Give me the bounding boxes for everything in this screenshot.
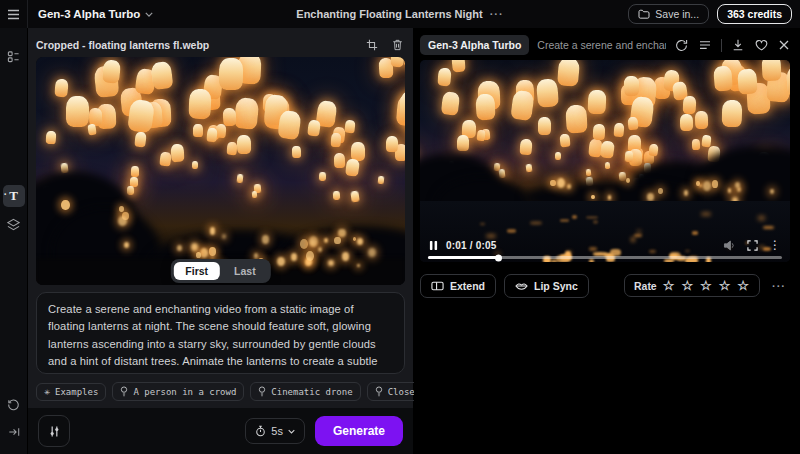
generated-video-frame — [420, 60, 790, 262]
star-icon[interactable]: ☆ — [736, 279, 750, 292]
reuse-settings-button[interactable] — [674, 38, 689, 53]
generate-button[interactable]: Generate — [315, 416, 403, 446]
fullscreen-button[interactable] — [747, 240, 758, 251]
sidebar-item-assets[interactable] — [3, 45, 25, 67]
tool-sidebar: · T — [0, 28, 28, 454]
model-selector[interactable]: Gen-3 Alpha Turbo — [28, 8, 163, 20]
delete-button[interactable] — [390, 37, 405, 53]
prompt-suggestions: ✳ Examples A person in a crowd Cinematic… — [36, 382, 405, 401]
model-badge: Gen-3 Alpha Turbo — [420, 35, 529, 55]
examples-button[interactable]: ✳ Examples — [36, 383, 106, 401]
rate-group: Rate ☆ ☆ ☆ ☆ ☆ — [624, 274, 760, 297]
video-progress-played — [428, 256, 499, 259]
asset-name: Cropped - floating lanterns fl.webp — [36, 39, 209, 51]
list-lines-icon — [699, 40, 711, 50]
time-display: 0:01 / 0:05 — [446, 240, 497, 251]
sidebar-item-collapse[interactable] — [3, 421, 25, 443]
model-name: Gen-3 Alpha Turbo — [38, 8, 140, 20]
composer-panel: Cropped - floating lanterns fl.webp Firs… — [28, 28, 414, 454]
refresh-icon — [675, 39, 688, 52]
settings-button[interactable] — [38, 415, 70, 447]
video-controls-right: ⋮ — [723, 239, 781, 251]
heart-icon — [755, 39, 768, 51]
video-progress-bar[interactable] — [428, 256, 782, 259]
video-more-button[interactable]: ⋮ — [769, 239, 781, 251]
topbar: Gen-3 Alpha Turbo Enchanting Floating La… — [0, 0, 800, 28]
duration-selector[interactable]: 5s — [245, 418, 305, 444]
star-icon[interactable]: ☆ — [662, 279, 676, 292]
keyframe-last-button[interactable]: Last — [222, 262, 268, 280]
suggestion-chip-person-in-crowd[interactable]: A person in a crowd — [112, 382, 244, 401]
preview-header-actions — [674, 38, 790, 53]
volume-icon — [723, 240, 736, 251]
hamburger-icon — [7, 9, 20, 20]
chevron-down-icon — [145, 12, 153, 17]
sidebar-item-text-tool[interactable]: · T — [3, 185, 25, 207]
progress-knob[interactable] — [495, 254, 502, 261]
extend-label: Extend — [450, 280, 485, 292]
asset-header-actions — [364, 37, 405, 53]
keyframe-first-button[interactable]: First — [173, 262, 220, 280]
download-button[interactable] — [731, 38, 745, 52]
lightbulb-icon — [375, 386, 383, 397]
lightbulb-icon — [258, 386, 266, 397]
duration-value: 5s — [271, 425, 283, 437]
title-more-button[interactable]: ··· — [490, 8, 504, 20]
divider — [721, 39, 722, 52]
pause-icon — [429, 240, 438, 251]
menu-button[interactable] — [0, 0, 28, 28]
topbar-left: Gen-3 Alpha Turbo — [0, 0, 163, 28]
session-title: Enchanting Floating Lanterns Night — [296, 8, 482, 20]
preview-header: Gen-3 Alpha Turbo Create a serene and en… — [420, 32, 790, 58]
main-area: · T Cropped - floating lanterns fl.webp — [0, 28, 800, 454]
prompt-text: Create a serene and enchanting video fro… — [48, 303, 386, 374]
chip-label: A person in a crowd — [133, 387, 236, 397]
input-image[interactable]: First Last — [36, 57, 405, 285]
preview-actions: Extend Lip Sync Rate ☆ ☆ ☆ ☆ ☆ ··· — [420, 262, 790, 302]
composer-card: Cropped - floating lanterns fl.webp Firs… — [28, 28, 413, 408]
video-player[interactable]: 0:01 / 0:05 ⋮ — [420, 60, 790, 262]
lip-sync-label: Lip Sync — [534, 280, 578, 292]
extend-button[interactable]: Extend — [420, 274, 496, 298]
generation-bar-right: 5s Generate — [245, 416, 403, 446]
text-tool-dot: · — [4, 189, 7, 200]
crop-icon — [366, 39, 378, 51]
lips-icon — [515, 282, 528, 290]
save-in-button[interactable]: Save in... — [628, 4, 709, 24]
credits-button[interactable]: 363 credits — [717, 4, 792, 24]
star-icon[interactable]: ☆ — [680, 279, 694, 292]
lip-sync-button[interactable]: Lip Sync — [504, 274, 589, 298]
folder-icon — [638, 9, 650, 19]
topbar-right: Save in... 363 credits — [628, 4, 800, 24]
preview-panel: Gen-3 Alpha Turbo Create a serene and en… — [414, 28, 800, 454]
prompt-preview: Create a serene and enchanting video fro… — [537, 39, 666, 51]
crop-button[interactable] — [364, 37, 380, 53]
text-tool-label: T — [9, 188, 18, 204]
layers-icon — [7, 218, 20, 231]
prompt-textarea[interactable]: Create a serene and enchanting video fro… — [36, 292, 405, 374]
chip-label: Examples — [55, 387, 98, 397]
download-icon — [732, 39, 744, 51]
credits-label: 363 credits — [727, 8, 782, 20]
volume-button[interactable] — [723, 240, 736, 251]
suggestion-chip-cinematic-drone[interactable]: Cinematic drone — [250, 382, 360, 401]
history-icon — [7, 398, 20, 411]
extend-icon — [431, 281, 444, 291]
favorite-button[interactable] — [754, 38, 769, 52]
sidebar-item-history[interactable] — [3, 393, 25, 415]
details-button[interactable] — [698, 39, 712, 51]
close-icon — [779, 40, 789, 50]
app-root: Gen-3 Alpha Turbo Enchanting Floating La… — [0, 0, 800, 454]
sliders-icon — [48, 425, 61, 438]
pause-button[interactable] — [429, 240, 438, 251]
generation-bar: 5s Generate — [28, 408, 413, 454]
sparkle-icon: ✳ — [44, 387, 50, 397]
more-options-button[interactable]: ··· — [768, 278, 790, 294]
sidebar-item-layers[interactable] — [3, 213, 25, 235]
star-icon[interactable]: ☆ — [699, 279, 713, 292]
lightbulb-icon — [120, 386, 128, 397]
collapse-panel-icon — [8, 426, 20, 438]
session-title-group: Enchanting Floating Lanterns Night ··· — [296, 8, 503, 20]
star-icon[interactable]: ☆ — [718, 279, 732, 292]
close-button[interactable] — [778, 39, 790, 51]
